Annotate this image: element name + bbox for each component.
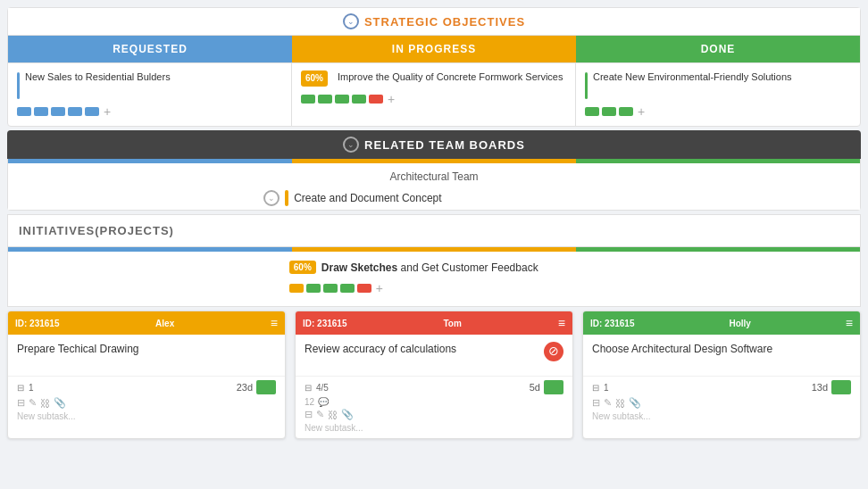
add-requested-btn[interactable]: + — [104, 104, 111, 119]
attach-icon[interactable]: 📎 — [629, 397, 641, 409]
inprogress-dots: + — [301, 92, 566, 106]
card-tom-name: Tom — [443, 319, 461, 328]
init-stripe-green — [576, 247, 860, 252]
dot — [68, 107, 82, 116]
comment-icon: 💬 — [318, 397, 329, 407]
dot — [585, 107, 599, 116]
card-alex-id: ID: 231615 — [15, 319, 59, 328]
dot — [357, 284, 371, 293]
card-alex-actions: ⊟ ✎ ⛓ 📎 — [17, 397, 276, 409]
card-holly-menu-icon[interactable]: ≡ — [846, 316, 853, 330]
edit-icon[interactable]: ✎ — [316, 409, 324, 420]
card-holly-name: Holly — [729, 319, 750, 328]
init-stripe-blue — [8, 247, 292, 252]
card-alex-days-value: 23d — [237, 382, 253, 393]
card-alex-days-box — [256, 380, 276, 394]
requested-item: New Sales to Residential Bulders — [17, 70, 282, 99]
arch-team-label: Architectural Team — [8, 163, 860, 186]
card-tom-subtask[interactable]: New subtask... — [305, 423, 563, 433]
add-inprogress-btn[interactable]: + — [388, 92, 395, 106]
edit-icon[interactable]: ✎ — [604, 397, 612, 409]
columns-content: New Sales to Residential Bulders + 60% I… — [8, 62, 860, 126]
team-boards-body: Architectural Team ⌄ Create and Document… — [7, 159, 861, 211]
card-tom-days-box — [544, 380, 563, 394]
card-holly-days-box — [831, 380, 851, 394]
link-icon[interactable]: ⛓ — [615, 398, 625, 409]
card-holly-title: Choose Architectural Design Software — [592, 342, 851, 369]
initiatives-section: INITIATIVES(PROJECTS) 60% Draw Sketches … — [7, 214, 861, 307]
card-alex-name: Alex — [155, 319, 174, 328]
requested-dots: + — [17, 104, 282, 119]
card-holly-days: 13d — [812, 380, 851, 394]
done-item: Create New Environmental-Friendly Soluti… — [585, 70, 851, 99]
initiatives-title: INITIATIVES(PROJECTS) — [8, 215, 292, 246]
team-boards-header: ⌄ RELATED TEAM BOARDS — [7, 130, 861, 159]
dot — [17, 107, 31, 116]
link-icon[interactable]: ⛓ — [328, 410, 338, 420]
comment-count: 12 — [305, 397, 314, 407]
concept-bar — [285, 190, 288, 206]
add-sketches-btn[interactable]: + — [376, 281, 383, 295]
card-alex-footer: ⊟ 1 23d ⊟ ✎ ⛓ 📎 New subtask... — [8, 376, 285, 427]
dot — [301, 95, 315, 104]
card-tom-meta-left: ⊟ 4/5 — [305, 383, 329, 393]
concept-row: ⌄ Create and Document Concept — [8, 186, 860, 210]
card-tom-body: Review accuracy of calculations ⊘ — [296, 335, 572, 376]
dot — [352, 95, 366, 104]
card-tom: ID: 231615 Tom ≡ Review accuracy of calc… — [295, 311, 573, 439]
draw-sketches-rest: and Get Customer Feedback — [397, 261, 538, 274]
card-holly-days-value: 13d — [812, 382, 828, 393]
card-holly-id: ID: 231615 — [590, 319, 634, 328]
card-alex-meta: ⊟ 1 23d — [17, 380, 276, 394]
concept-collapse-icon[interactable]: ⌄ — [263, 190, 280, 206]
done-bar — [585, 72, 588, 99]
link-icon[interactable]: ⛓ — [40, 398, 50, 409]
draw-sketches-row: 60% Draw Sketches and Get Customer Feedb… — [8, 257, 860, 278]
card-tom-menu-icon[interactable]: ≡ — [558, 316, 565, 330]
card-holly-count: 1 — [604, 383, 609, 393]
strategic-header: ⌄ STRATEGIC OBJECTIVES — [8, 8, 860, 36]
dot — [85, 107, 99, 116]
card-holly-meta-left: ⊟ 1 — [592, 383, 609, 393]
blocked-icon: ⊘ — [544, 342, 563, 361]
card-holly-subtask[interactable]: New subtask... — [592, 411, 851, 421]
col-inprogress-header: IN PROGRESS — [292, 36, 576, 62]
strategic-collapse-icon[interactable]: ⌄ — [343, 13, 359, 29]
card-tom-fraction-icon: ⊟ — [305, 383, 312, 393]
card-alex-count: 1 — [29, 383, 34, 393]
dot — [34, 107, 48, 116]
card-alex-subtask-icon: ⊟ — [17, 383, 24, 393]
attach-icon[interactable]: 📎 — [341, 409, 354, 420]
dot — [51, 107, 65, 116]
card-alex-subtask[interactable]: New subtask... — [17, 411, 276, 421]
card-alex-title: Prepare Techical Drawing — [17, 342, 276, 369]
dot — [619, 107, 633, 116]
sketches-dots: + — [8, 278, 860, 301]
card-alex-menu-icon[interactable]: ≡ — [271, 316, 278, 330]
card-holly: ID: 231615 Holly ≡ Choose Architectural … — [582, 311, 861, 439]
cards-row: ID: 231615 Alex ≡ Prepare Techical Drawi… — [7, 311, 861, 439]
card-tom-id: ID: 231615 — [303, 319, 346, 328]
stripe-green — [576, 159, 860, 163]
add-done-btn[interactable]: + — [638, 104, 645, 119]
team-boards-title: RELATED TEAM BOARDS — [364, 138, 525, 152]
card-tom-title: Review accuracy of calculations ⊘ — [305, 342, 563, 369]
inprogress-item: 60% Improve the Quality of Concrete Form… — [301, 70, 566, 87]
initiatives-stripe-row — [7, 247, 861, 252]
dot — [318, 95, 332, 104]
subtask-icon: ⊟ — [17, 397, 25, 409]
strategic-section: ⌄ STRATEGIC OBJECTIVES REQUESTED IN PROG… — [7, 7, 861, 127]
sketches-text: Draw Sketches and Get Customer Feedback — [321, 261, 538, 274]
dot — [369, 95, 383, 104]
progress-badge: 60% — [301, 70, 328, 87]
col-requested-content: New Sales to Residential Bulders + — [8, 63, 292, 126]
attach-icon[interactable]: 📎 — [54, 397, 66, 409]
dot — [335, 95, 349, 104]
subtask-icon: ⊟ — [305, 409, 313, 420]
edit-icon[interactable]: ✎ — [29, 397, 37, 409]
card-holly-footer: ⊟ 1 13d ⊟ ✎ ⛓ 📎 New subtask... — [583, 376, 860, 427]
teamboards-collapse-icon[interactable]: ⌄ — [343, 137, 359, 153]
concept-text: Create and Document Concept — [294, 192, 441, 204]
sketches-badge: 60% — [289, 261, 316, 274]
dot — [323, 284, 338, 293]
